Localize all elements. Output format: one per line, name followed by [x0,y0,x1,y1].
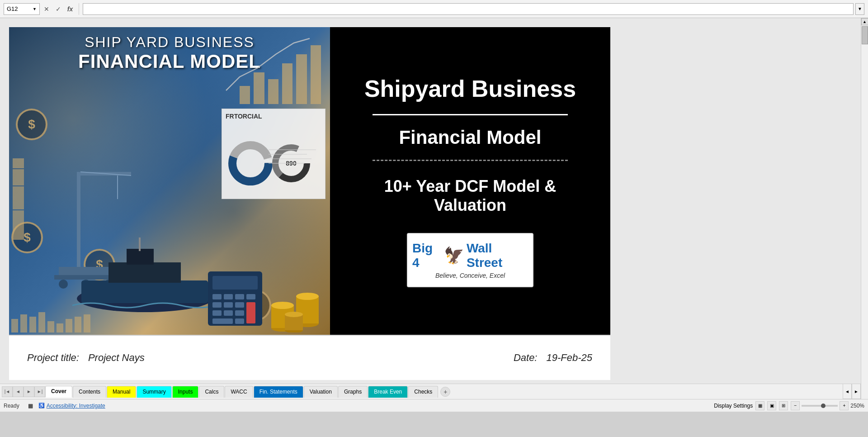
svg-rect-31 [235,302,244,308]
zoom-slider-thumb[interactable] [821,404,826,408]
svg-rect-55 [84,314,90,332]
project-label: Project title: [27,352,79,364]
logo-box: Big 4 🦅 Wall Street Believe, Conceive, E… [407,233,533,287]
svg-rect-48 [20,314,27,332]
svg-rect-36 [212,318,233,324]
tab-manual[interactable]: Manual [107,386,136,398]
svg-rect-27 [235,294,244,299]
svg-rect-47 [11,319,18,332]
vertical-scrollbar[interactable]: ▲ ▼ [861,18,868,412]
svg-point-15 [59,280,68,289]
tab-next-button[interactable]: ► [24,386,34,397]
main-title: Shipyard Business [364,75,576,103]
tab-fin-statements[interactable]: Fin. Statements [254,386,303,398]
cancel-formula-button[interactable]: ✕ [42,4,52,14]
tab-contents[interactable]: Contents [73,386,106,398]
svg-rect-50 [38,312,45,332]
confirm-formula-button[interactable]: ✓ [53,4,63,14]
coin-stack-icon [267,269,326,332]
scroll-thumb[interactable] [862,26,868,44]
subtitle: Financial Model [399,127,541,148]
lbar-4 [13,210,24,240]
svg-point-46 [285,312,303,317]
status-bar: Ready ▦ ♿ Accessibility: Investigate Dis… [0,399,868,412]
tab-summary[interactable]: Summary [137,386,171,398]
tab-checks[interactable]: Checks [408,386,438,398]
tab-inputs[interactable]: Inputs [172,386,199,398]
display-settings-icon[interactable]: Display Settings [714,402,753,410]
svg-rect-51 [47,321,54,332]
svg-rect-19 [81,280,208,303]
dollar-circle-1: $ [16,109,47,140]
svg-rect-21 [127,249,154,265]
display-settings-label[interactable]: Display Settings [714,403,753,409]
status-ready-text: Ready [4,403,19,409]
info-card-title: FRTORCIAL [226,113,321,120]
accessibility-text[interactable]: Accessibility: Investigate [47,403,105,409]
bottom-bar-chart [11,310,93,332]
lbar-2 [13,169,24,185]
cell-mode-icon[interactable]: ▦ [27,402,35,410]
bar-6 [311,45,321,104]
lbar-1 [13,158,24,168]
scroll-up-button[interactable]: ▲ [861,18,868,25]
svg-rect-24 [212,276,258,290]
add-sheet-button[interactable]: + [440,387,450,397]
left-bar-chart [13,158,24,240]
normal-view-button[interactable]: ▦ [755,401,764,410]
lbar-3 [13,186,24,209]
formula-expand-button[interactable]: ▼ [855,3,864,15]
tab-scroll-right[interactable]: ► [852,384,861,399]
tab-graphs[interactable]: Graphs [338,386,368,398]
ship-icon [72,235,217,317]
dcf-text: 10+ Year DCF Model & Valuation [348,177,592,215]
svg-rect-34 [224,310,233,316]
svg-rect-25 [212,294,222,299]
dashed-separator [373,160,568,161]
accessibility-icon[interactable]: ♿ Accessibility: Investigate [38,402,105,410]
slide-image-area: SHIP YARD BUSINESS FINANCIAL MODEL $ $ $… [9,27,330,335]
svg-rect-29 [212,302,222,308]
dropdown-icon[interactable]: ▼ [33,7,37,11]
date-info: Date: 19-Feb-25 [514,352,592,364]
zoom-in-button[interactable]: + [840,401,849,410]
tab-valuation[interactable]: Valuation [304,386,338,398]
zoom-controls: − + 250% [791,401,864,410]
page-break-button[interactable]: ⊞ [779,401,788,410]
project-info: Project title: Project Nays [27,352,514,364]
tab-prev-button[interactable]: ◄ [13,386,24,397]
formula-input[interactable] [83,3,854,15]
tab-cover[interactable]: Cover [45,386,72,398]
logo-wallstreet: Wall Street [467,241,528,270]
page-layout-button[interactable]: ▣ [767,401,776,410]
slide-main: SHIP YARD BUSINESS FINANCIAL MODEL $ $ $… [9,27,610,335]
cell-ref-value: G12 [7,5,18,12]
date-value: 19-Feb-25 [546,352,592,364]
logo-tagline: Believe, Conceive, Excel [435,272,505,279]
svg-rect-53 [66,319,72,332]
project-value: Project Nays [88,352,145,364]
svg-rect-37 [235,318,244,324]
tab-wacc[interactable]: WACC [225,386,253,398]
zoom-slider[interactable] [802,405,838,407]
svg-rect-30 [224,302,233,308]
title-line1: Shipyard Business [364,76,576,102]
tab-scroll-left[interactable]: ◄ [843,384,852,399]
zoom-out-button[interactable]: − [791,401,800,410]
tab-right-controls: ◄ ► [843,384,861,399]
svg-rect-22 [139,238,141,251]
tab-first-button[interactable]: |◄ [2,386,13,397]
svg-rect-20 [108,262,181,283]
logo-big4: Big 4 [412,241,442,270]
insert-function-button[interactable]: fx [65,4,75,14]
tab-last-button[interactable]: ►| [34,386,45,397]
slide-bottom-bar: Project title: Project Nays Date: 19-Feb… [9,335,610,380]
svg-point-43 [296,293,319,300]
info-card-charts: 890 [226,123,321,195]
tab-break-even[interactable]: Break Even [368,386,408,398]
zoom-level-text: 250% [850,403,864,409]
cell-reference-box[interactable]: G12 ▼ [4,3,40,15]
formula-bar-divider [79,3,79,15]
svg-rect-32 [246,302,255,323]
tab-calcs[interactable]: Calcs [199,386,224,398]
